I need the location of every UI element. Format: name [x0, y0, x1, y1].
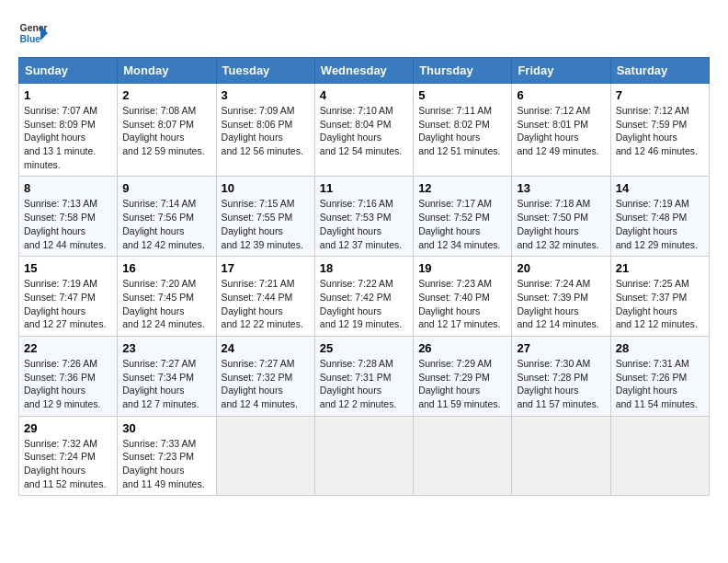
day-info: Sunrise: 7:16 AMSunset: 7:53 PMDaylight …	[320, 198, 402, 249]
day-cell-25: 25Sunrise: 7:28 AMSunset: 7:31 PMDayligh…	[314, 336, 413, 416]
day-number: 4	[320, 88, 408, 102]
day-cell-1: 1Sunrise: 7:07 AMSunset: 8:09 PMDaylight…	[19, 84, 118, 177]
day-number: 8	[24, 181, 112, 195]
header-saturday: Saturday	[610, 58, 709, 84]
week-row-5: 29Sunrise: 7:32 AMSunset: 7:24 PMDayligh…	[19, 416, 710, 496]
day-number: 25	[320, 341, 408, 355]
day-info: Sunrise: 7:23 AMSunset: 7:40 PMDaylight …	[418, 278, 500, 329]
day-number: 21	[616, 261, 704, 275]
day-cell-17: 17Sunrise: 7:21 AMSunset: 7:44 PMDayligh…	[216, 257, 314, 337]
week-row-1: 1Sunrise: 7:07 AMSunset: 8:09 PMDaylight…	[19, 84, 710, 177]
empty-cell	[414, 416, 512, 496]
day-info: Sunrise: 7:27 AMSunset: 7:34 PMDaylight …	[122, 358, 199, 409]
day-number: 24	[222, 341, 310, 355]
header-thursday: Thursday	[414, 58, 512, 84]
day-cell-3: 3Sunrise: 7:09 AMSunset: 8:06 PMDaylight…	[216, 84, 314, 177]
day-number: 19	[418, 261, 506, 275]
day-cell-7: 7Sunrise: 7:12 AMSunset: 7:59 PMDaylight…	[610, 84, 709, 177]
header-sunday: Sunday	[19, 58, 118, 84]
day-info: Sunrise: 7:19 AMSunset: 7:48 PMDaylight …	[616, 198, 698, 249]
day-info: Sunrise: 7:12 AMSunset: 7:59 PMDaylight …	[616, 105, 698, 156]
day-cell-26: 26Sunrise: 7:29 AMSunset: 7:29 PMDayligh…	[414, 336, 512, 416]
day-number: 14	[616, 181, 704, 195]
day-info: Sunrise: 7:17 AMSunset: 7:52 PMDaylight …	[418, 198, 500, 249]
day-number: 3	[222, 88, 310, 102]
day-number: 5	[418, 88, 506, 102]
day-cell-12: 12Sunrise: 7:17 AMSunset: 7:52 PMDayligh…	[414, 177, 512, 257]
day-cell-29: 29Sunrise: 7:32 AMSunset: 7:24 PMDayligh…	[19, 416, 118, 496]
logo: General Blue	[18, 18, 48, 48]
day-cell-14: 14Sunrise: 7:19 AMSunset: 7:48 PMDayligh…	[610, 177, 709, 257]
day-number: 10	[222, 181, 310, 195]
day-info: Sunrise: 7:14 AMSunset: 7:56 PMDaylight …	[122, 198, 204, 249]
day-info: Sunrise: 7:26 AMSunset: 7:36 PMDaylight …	[24, 358, 100, 409]
header-row: SundayMondayTuesdayWednesdayThursdayFrid…	[19, 58, 710, 84]
day-cell-30: 30Sunrise: 7:33 AMSunset: 7:23 PMDayligh…	[118, 416, 216, 496]
day-info: Sunrise: 7:27 AMSunset: 7:32 PMDaylight …	[222, 358, 298, 409]
day-info: Sunrise: 7:32 AMSunset: 7:24 PMDaylight …	[24, 438, 106, 489]
empty-cell	[216, 416, 314, 496]
header-wednesday: Wednesday	[314, 58, 413, 84]
day-info: Sunrise: 7:24 AMSunset: 7:39 PMDaylight …	[517, 278, 598, 329]
day-info: Sunrise: 7:15 AMSunset: 7:55 PMDaylight …	[222, 198, 303, 249]
day-number: 7	[616, 88, 704, 102]
empty-cell	[512, 416, 610, 496]
day-cell-10: 10Sunrise: 7:15 AMSunset: 7:55 PMDayligh…	[216, 177, 314, 257]
day-cell-6: 6Sunrise: 7:12 AMSunset: 8:01 PMDaylight…	[512, 84, 610, 177]
day-cell-21: 21Sunrise: 7:25 AMSunset: 7:37 PMDayligh…	[610, 257, 709, 337]
day-info: Sunrise: 7:13 AMSunset: 7:58 PMDaylight …	[24, 198, 106, 249]
week-row-3: 15Sunrise: 7:19 AMSunset: 7:47 PMDayligh…	[19, 257, 710, 337]
logo-icon: General Blue	[18, 18, 48, 48]
day-cell-18: 18Sunrise: 7:22 AMSunset: 7:42 PMDayligh…	[314, 257, 413, 337]
calendar-table: SundayMondayTuesdayWednesdayThursdayFrid…	[18, 57, 710, 496]
day-number: 30	[122, 421, 210, 435]
day-cell-19: 19Sunrise: 7:23 AMSunset: 7:40 PMDayligh…	[414, 257, 512, 337]
day-info: Sunrise: 7:11 AMSunset: 8:02 PMDaylight …	[418, 105, 500, 156]
day-number: 11	[320, 181, 408, 195]
day-number: 17	[222, 261, 310, 275]
day-info: Sunrise: 7:19 AMSunset: 7:47 PMDaylight …	[24, 278, 106, 329]
day-number: 27	[517, 341, 605, 355]
svg-text:Blue: Blue	[20, 34, 41, 44]
day-cell-22: 22Sunrise: 7:26 AMSunset: 7:36 PMDayligh…	[19, 336, 118, 416]
day-info: Sunrise: 7:20 AMSunset: 7:45 PMDaylight …	[122, 278, 204, 329]
day-cell-27: 27Sunrise: 7:30 AMSunset: 7:28 PMDayligh…	[512, 336, 610, 416]
day-cell-4: 4Sunrise: 7:10 AMSunset: 8:04 PMDaylight…	[314, 84, 413, 177]
day-number: 29	[24, 421, 112, 435]
page-header: General Blue	[18, 18, 710, 48]
day-info: Sunrise: 7:30 AMSunset: 7:28 PMDaylight …	[517, 358, 598, 409]
day-cell-2: 2Sunrise: 7:08 AMSunset: 8:07 PMDaylight…	[118, 84, 216, 177]
day-info: Sunrise: 7:21 AMSunset: 7:44 PMDaylight …	[222, 278, 303, 329]
day-number: 22	[24, 341, 112, 355]
day-cell-28: 28Sunrise: 7:31 AMSunset: 7:26 PMDayligh…	[610, 336, 709, 416]
day-info: Sunrise: 7:12 AMSunset: 8:01 PMDaylight …	[517, 105, 598, 156]
day-cell-5: 5Sunrise: 7:11 AMSunset: 8:02 PMDaylight…	[414, 84, 512, 177]
empty-cell	[314, 416, 413, 496]
day-info: Sunrise: 7:10 AMSunset: 8:04 PMDaylight …	[320, 105, 402, 156]
day-info: Sunrise: 7:08 AMSunset: 8:07 PMDaylight …	[122, 105, 204, 156]
day-number: 16	[122, 261, 210, 275]
empty-cell	[610, 416, 709, 496]
day-info: Sunrise: 7:33 AMSunset: 7:23 PMDaylight …	[122, 438, 204, 489]
day-info: Sunrise: 7:31 AMSunset: 7:26 PMDaylight …	[616, 358, 698, 409]
week-row-2: 8Sunrise: 7:13 AMSunset: 7:58 PMDaylight…	[19, 177, 710, 257]
day-number: 9	[122, 181, 210, 195]
day-number: 13	[517, 181, 605, 195]
week-row-4: 22Sunrise: 7:26 AMSunset: 7:36 PMDayligh…	[19, 336, 710, 416]
day-number: 12	[418, 181, 506, 195]
header-friday: Friday	[512, 58, 610, 84]
day-info: Sunrise: 7:18 AMSunset: 7:50 PMDaylight …	[517, 198, 598, 249]
day-number: 18	[320, 261, 408, 275]
day-cell-13: 13Sunrise: 7:18 AMSunset: 7:50 PMDayligh…	[512, 177, 610, 257]
day-info: Sunrise: 7:09 AMSunset: 8:06 PMDaylight …	[222, 105, 303, 156]
day-number: 1	[24, 88, 112, 102]
day-cell-15: 15Sunrise: 7:19 AMSunset: 7:47 PMDayligh…	[19, 257, 118, 337]
day-cell-11: 11Sunrise: 7:16 AMSunset: 7:53 PMDayligh…	[314, 177, 413, 257]
day-info: Sunrise: 7:28 AMSunset: 7:31 PMDaylight …	[320, 358, 396, 409]
day-info: Sunrise: 7:07 AMSunset: 8:09 PMDaylight …	[24, 105, 97, 170]
day-cell-8: 8Sunrise: 7:13 AMSunset: 7:58 PMDaylight…	[19, 177, 118, 257]
day-info: Sunrise: 7:25 AMSunset: 7:37 PMDaylight …	[616, 278, 698, 329]
day-cell-9: 9Sunrise: 7:14 AMSunset: 7:56 PMDaylight…	[118, 177, 216, 257]
day-number: 6	[517, 88, 605, 102]
header-tuesday: Tuesday	[216, 58, 314, 84]
